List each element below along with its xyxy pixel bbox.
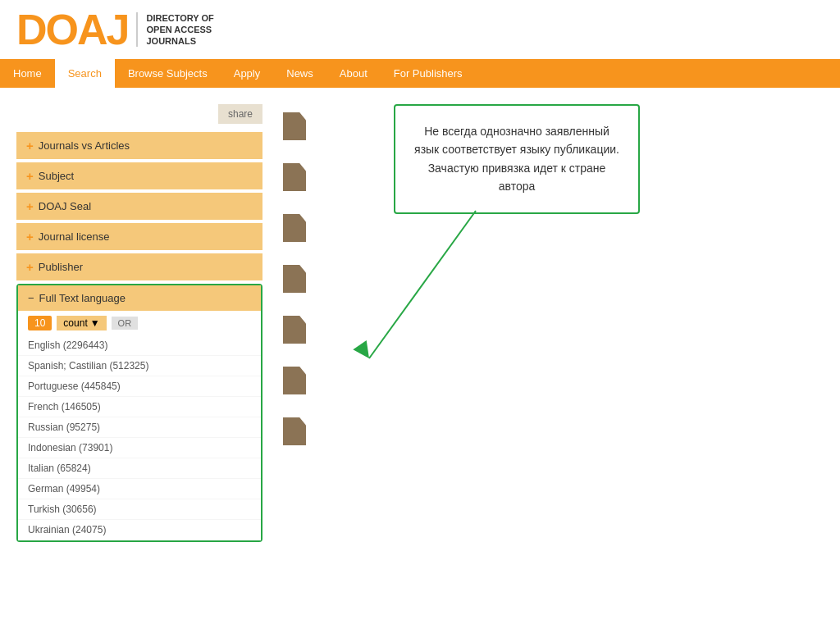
expand-icon: + — [26, 169, 34, 183]
list-item[interactable]: Portuguese (445845) — [18, 376, 261, 397]
expand-icon: + — [26, 230, 34, 244]
list-item[interactable]: Russian (95275) — [18, 417, 261, 438]
filter-doaj-seal: + DOAJ Seal — [16, 193, 262, 220]
logo-doaj: DOAJ — [16, 8, 128, 51]
header: DOAJ DIRECTORY OF OPEN ACCESS JOURNALS — [0, 0, 840, 59]
expand-icon: + — [26, 139, 34, 153]
callout-text: Не всегда однозначно заявленный язык соо… — [412, 122, 622, 196]
filter-journal-license-header[interactable]: + Journal license — [16, 223, 262, 250]
logo-text: DIRECTORY OF OPEN ACCESS JOURNALS — [136, 12, 213, 48]
nav-search[interactable]: Search — [55, 59, 115, 88]
filter-journal-license-label: Journal license — [39, 230, 110, 243]
ftl-or-button[interactable]: OR — [112, 317, 139, 330]
ftl-label: Full Text language — [39, 292, 126, 304]
svg-marker-1 — [353, 340, 376, 363]
navbar: Home Search Browse Subjects Apply News A… — [0, 59, 840, 88]
filter-doaj-seal-label: DOAJ Seal — [39, 200, 91, 212]
filter-publisher: + Publisher — [16, 253, 262, 280]
ftl-controls: 10 count ▼ OR — [18, 311, 261, 335]
list-item[interactable]: English (2296443) — [18, 335, 261, 356]
list-item[interactable]: Turkish (30656) — [18, 499, 261, 520]
document-icon — [283, 214, 306, 242]
filter-journal-license: + Journal license — [16, 223, 262, 250]
document-icon — [283, 417, 306, 445]
nav-home[interactable]: Home — [0, 59, 55, 88]
nav-for-publishers[interactable]: For Publishers — [381, 59, 476, 88]
document-icon — [283, 316, 306, 344]
share-button[interactable]: share — [218, 104, 262, 124]
filters-panel: share + Journals vs Articles + Subject +… — [16, 104, 262, 545]
filter-journals-articles: + Journals vs Articles — [16, 132, 262, 159]
document-icon — [283, 163, 306, 191]
filter-subject: + Subject — [16, 162, 262, 189]
ftl-header[interactable]: − Full Text language — [18, 285, 261, 311]
callout-arrow-svg — [369, 211, 533, 375]
filter-full-text-language: − Full Text language 10 count ▼ OR Engli… — [16, 284, 262, 542]
document-icon — [283, 367, 306, 394]
filter-subject-label: Subject — [39, 170, 74, 182]
sort-down-icon: ▼ — [90, 317, 100, 329]
collapse-icon: − — [28, 292, 34, 304]
ftl-sort-label: count — [63, 317, 87, 329]
filter-publisher-header[interactable]: + Publisher — [16, 253, 262, 280]
list-item[interactable]: Italian (65824) — [18, 458, 261, 479]
expand-icon: + — [26, 260, 34, 274]
filter-journals-articles-label: Journals vs Articles — [39, 139, 130, 152]
list-item[interactable]: German (49954) — [18, 479, 261, 499]
logo-container: DOAJ DIRECTORY OF OPEN ACCESS JOURNALS — [16, 8, 214, 51]
ftl-list: English (2296443) Spanish; Castilian (51… — [18, 335, 261, 540]
filter-doaj-seal-header[interactable]: + DOAJ Seal — [16, 193, 262, 220]
svg-line-0 — [369, 211, 476, 358]
ftl-sort-button[interactable]: count ▼ — [57, 316, 106, 330]
nav-browse-subjects[interactable]: Browse Subjects — [115, 59, 221, 88]
doc-icons-column — [275, 104, 306, 545]
document-icon — [283, 112, 306, 140]
nav-news[interactable]: News — [273, 59, 326, 88]
filter-subject-header[interactable]: + Subject — [16, 162, 262, 189]
filter-publisher-label: Publisher — [39, 261, 83, 273]
list-item[interactable]: Indonesian (73901) — [18, 438, 261, 458]
filter-journals-articles-header[interactable]: + Journals vs Articles — [16, 132, 262, 159]
callout-container: Не всегда однозначно заявленный язык соо… — [394, 104, 640, 214]
list-item[interactable]: French (146505) — [18, 397, 261, 417]
document-icon — [283, 265, 306, 293]
list-item[interactable]: Ukrainian (24075) — [18, 520, 261, 540]
ftl-count-badge: 10 — [28, 316, 52, 330]
expand-icon: + — [26, 199, 34, 213]
list-item[interactable]: Spanish; Castilian (512325) — [18, 356, 261, 376]
page-wrapper: DOAJ DIRECTORY OF OPEN ACCESS JOURNALS H… — [0, 0, 840, 629]
nav-about[interactable]: About — [326, 59, 381, 88]
nav-apply[interactable]: Apply — [221, 59, 274, 88]
callout-box: Не всегда однозначно заявленный язык соо… — [394, 104, 640, 214]
